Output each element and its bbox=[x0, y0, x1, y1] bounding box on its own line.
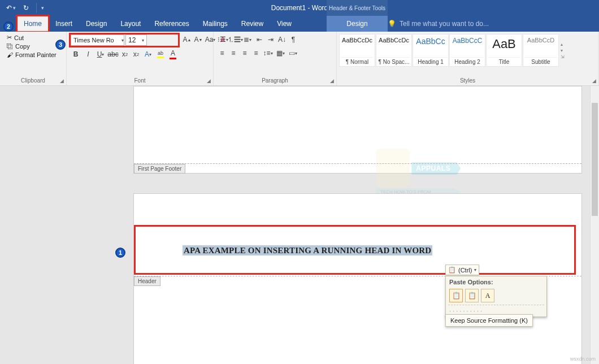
copy-icon: ⿻ bbox=[7, 43, 13, 50]
paste-options-header: Paste Options: bbox=[446, 276, 546, 288]
context-tab-design[interactable]: Design bbox=[327, 16, 388, 32]
chevron-down-icon: ▾ bbox=[474, 267, 476, 272]
tab-home[interactable]: Home bbox=[17, 16, 49, 32]
styles-more-button[interactable]: ▴▾⇲ bbox=[559, 34, 567, 67]
group-styles-label: Styles bbox=[460, 77, 475, 84]
quick-access-toolbar: ↶▾ ↻ ▾ bbox=[0, 0, 45, 16]
paste-keep-source-icon[interactable]: 📋 bbox=[449, 289, 463, 302]
style-item-4[interactable]: AaBTitle bbox=[486, 34, 522, 67]
shrink-font-button[interactable]: A▼ bbox=[193, 34, 203, 45]
style-item-1[interactable]: AaBbCcDc¶ No Spac... bbox=[376, 34, 412, 67]
font-name-dropdown[interactable]: Times New Ro ▾ bbox=[71, 34, 124, 46]
cut-button[interactable]: ✂Cut bbox=[7, 34, 57, 41]
style-item-2[interactable]: AaBbCcHeading 1 bbox=[413, 34, 449, 67]
bold-button[interactable]: B bbox=[70, 49, 81, 60]
copy-button[interactable]: ⿻Copy bbox=[7, 43, 57, 50]
tab-review[interactable]: Review bbox=[235, 16, 270, 32]
paste-text-only-icon[interactable]: A bbox=[481, 289, 494, 302]
shading-button[interactable]: ▦▾ bbox=[275, 47, 286, 59]
paste-options-button[interactable]: 📋 (Ctrl) ▾ bbox=[445, 265, 479, 275]
multilevel-button[interactable]: ≣▾ bbox=[242, 34, 253, 45]
clipboard-icon: 📋 bbox=[448, 266, 456, 274]
subscript-button[interactable]: x2 bbox=[120, 49, 130, 60]
style-item-3[interactable]: AaBbCcCHeading 2 bbox=[449, 34, 485, 67]
paintbrush-icon: 🖌 bbox=[7, 51, 13, 58]
chevron-down-icon: ▾ bbox=[121, 38, 124, 43]
grow-font-button[interactable]: A▲ bbox=[182, 34, 192, 45]
font-launcher-icon[interactable]: ◢ bbox=[207, 78, 211, 84]
context-tool-label: Header & Footer Tools bbox=[327, 0, 388, 16]
tab-view[interactable]: View bbox=[270, 16, 298, 32]
tab-mailings[interactable]: Mailings bbox=[196, 16, 235, 32]
font-color-button[interactable]: A bbox=[167, 49, 179, 60]
line-spacing-button[interactable]: ↕≡▾ bbox=[262, 47, 274, 59]
group-paragraph: ⁝☰▾ ⒈☰▾ ≣▾ ⇤ ⇥ A↓ ¶ ≡ ≡ ≡ ≡ ↕≡▾ ▦▾ ▭▾ bbox=[214, 32, 337, 85]
decrease-indent-button[interactable]: ⇤ bbox=[254, 34, 264, 45]
scissors-icon: ✂ bbox=[7, 34, 12, 41]
scrollbar-thumb[interactable] bbox=[592, 103, 598, 216]
document-title: Document1 - Word bbox=[0, 4, 599, 12]
paste-merge-icon[interactable]: 📋 bbox=[465, 289, 479, 302]
undo-button[interactable]: ↶▾ bbox=[5, 2, 18, 14]
tell-me-placeholder: Tell me what you want to do... bbox=[400, 20, 489, 28]
highlight-button[interactable]: ab bbox=[155, 49, 166, 60]
underline-button[interactable]: U▾ bbox=[95, 49, 106, 60]
font-size-dropdown[interactable]: 12 ▾ bbox=[125, 34, 147, 46]
justify-button[interactable]: ≡ bbox=[251, 47, 261, 59]
redo-button[interactable]: ↻ bbox=[19, 2, 33, 14]
format-painter-button[interactable]: 🖌Format Painter bbox=[7, 51, 57, 58]
header-area[interactable]: APA EXAMPLE ON INSERTING A RUNNING HEAD … bbox=[183, 246, 432, 255]
separator bbox=[36, 3, 37, 13]
italic-button[interactable]: I bbox=[83, 49, 94, 60]
borders-button[interactable]: ▭▾ bbox=[287, 47, 298, 59]
style-item-0[interactable]: AaBbCcDc¶ Normal bbox=[339, 34, 375, 67]
customize-qat-icon[interactable]: ▾ bbox=[40, 5, 45, 11]
strikethrough-button[interactable]: abc bbox=[107, 49, 119, 60]
align-center-button[interactable]: ≡ bbox=[228, 47, 238, 59]
align-left-button[interactable]: ≡ bbox=[217, 47, 227, 59]
group-paragraph-label: Paragraph bbox=[262, 77, 288, 84]
superscript-button[interactable]: x2 bbox=[131, 49, 141, 60]
sort-button[interactable]: A↓ bbox=[277, 34, 287, 45]
paste-tooltip: Keep Source Formatting (K) bbox=[445, 314, 533, 327]
tab-references[interactable]: References bbox=[147, 16, 196, 32]
tab-layout[interactable]: Layout bbox=[114, 16, 147, 32]
annotation-badge-3: 3 bbox=[55, 40, 66, 50]
numbering-button[interactable]: ⒈☰▾ bbox=[229, 34, 241, 45]
group-font: Times New Ro ▾ 12 ▾ B I U▾ abc x2 x2 A▾ bbox=[67, 32, 214, 85]
paragraph-launcher-icon[interactable]: ◢ bbox=[330, 78, 334, 84]
group-styles: AaBbCcDc¶ NormalAaBbCcDc¶ No Spac...AaBb… bbox=[337, 32, 599, 85]
tab-insert[interactable]: Insert bbox=[49, 16, 79, 32]
tell-me-search[interactable]: 💡 Tell me what you want to do... bbox=[381, 16, 599, 32]
ribbon: ✂Cut ⿻Copy 🖌Format Painter Clipboard◢ Ti… bbox=[0, 32, 599, 86]
styles-launcher-icon[interactable]: ◢ bbox=[592, 78, 596, 84]
group-clipboard: ✂Cut ⿻Copy 🖌Format Painter Clipboard◢ bbox=[0, 32, 67, 85]
document-area: APPUALS TECH HOW-TO'S FROM THE EXPERTS! … bbox=[0, 86, 599, 364]
header-label-tag: Header bbox=[134, 276, 160, 286]
group-font-label: Font bbox=[134, 77, 145, 84]
lightbulb-icon: 💡 bbox=[388, 20, 396, 28]
text-effects-button[interactable]: A▾ bbox=[142, 49, 154, 60]
group-clipboard-label: Clipboard bbox=[21, 77, 45, 84]
source-credit: wsxdn.com bbox=[570, 356, 596, 362]
annotation-badge-1: 1 bbox=[115, 248, 125, 258]
show-marks-button[interactable]: ¶ bbox=[288, 34, 298, 45]
chevron-down-icon: ▾ bbox=[142, 38, 144, 43]
title-bar: ↶▾ ↻ ▾ Document1 - Word Header & Footer … bbox=[0, 0, 599, 16]
tab-design[interactable]: Design bbox=[79, 16, 114, 32]
running-head-text[interactable]: APA EXAMPLE ON INSERTING A RUNNING HEAD … bbox=[183, 245, 432, 255]
ribbon-tabs: Home Insert Design Layout References Mai… bbox=[0, 16, 599, 32]
clipboard-launcher-icon[interactable]: ◢ bbox=[60, 78, 64, 84]
increase-indent-button[interactable]: ⇥ bbox=[266, 34, 276, 45]
footer-label-tag: First Page Footer bbox=[134, 164, 185, 174]
vertical-scrollbar[interactable] bbox=[590, 86, 599, 364]
style-item-5[interactable]: AaBbCcDSubtitle bbox=[523, 34, 559, 67]
paste-options-menu: Paste Options: 📋 📋 A · · · · · · · · · · bbox=[445, 276, 547, 317]
bullets-button[interactable]: ⁝☰▾ bbox=[217, 34, 228, 45]
page-1: APPUALS TECH HOW-TO'S FROM THE EXPERTS! … bbox=[133, 86, 582, 174]
footer-boundary bbox=[134, 163, 581, 164]
align-right-button[interactable]: ≡ bbox=[240, 47, 250, 59]
annotation-badge-2: 2 bbox=[3, 21, 14, 32]
